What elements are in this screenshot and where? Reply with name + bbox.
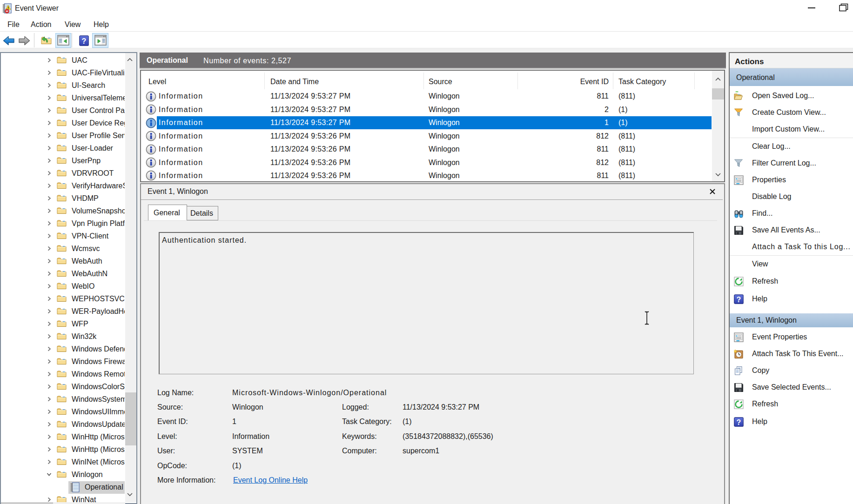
svg-text:?: ? [82, 37, 87, 45]
svg-text:?: ? [737, 295, 741, 303]
svg-text:?: ? [737, 418, 741, 426]
